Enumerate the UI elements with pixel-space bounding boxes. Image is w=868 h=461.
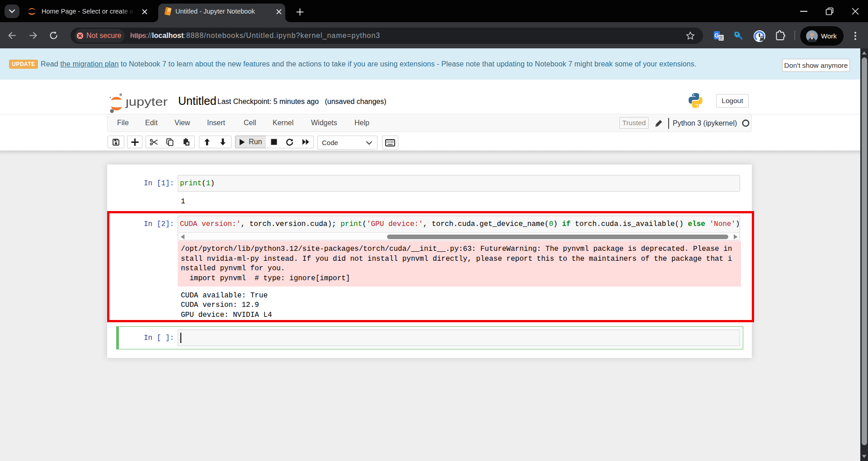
svg-text:G: G — [714, 33, 718, 39]
svg-text:文: 文 — [719, 35, 723, 40]
